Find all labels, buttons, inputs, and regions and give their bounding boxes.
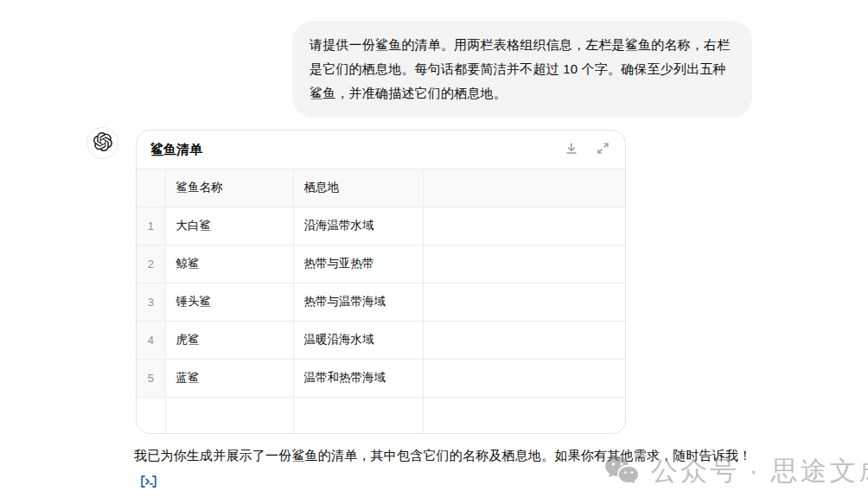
cell-habitat[interactable]: 沿海温带水域 (293, 207, 423, 245)
table-row-empty (137, 397, 625, 434)
row-number: 2 (137, 245, 165, 283)
corner-cell (137, 169, 165, 207)
table-row: 5 蓝鲨 温带和热带海域 (137, 359, 625, 397)
cell-empty[interactable] (423, 283, 625, 321)
cell-empty[interactable] (423, 359, 625, 397)
table-card: 鲨鱼清单 (136, 130, 626, 434)
cell-shark-name[interactable]: 大白鲨 (165, 207, 293, 245)
cell-empty[interactable] (293, 397, 423, 434)
card-title: 鲨鱼清单 (150, 142, 202, 158)
table-row: 2 鲸鲨 热带与亚热带 (137, 245, 625, 283)
openai-logo-icon (93, 132, 112, 155)
table-header-row: 鲨鱼名称 栖息地 (137, 169, 625, 207)
column-header-name: 鲨鱼名称 (165, 169, 293, 207)
closing-text: 我已为你生成并展示了一份鲨鱼的清单，其中包含它们的名称及栖息地。如果你有其他需求… (134, 448, 751, 463)
assistant-avatar (86, 127, 118, 159)
cell-empty[interactable] (423, 245, 625, 283)
row-number-empty (137, 397, 165, 434)
table-card-header: 鲨鱼清单 (137, 131, 625, 169)
card-actions (563, 141, 611, 158)
table-row: 3 锤头鲨 热带与温带海域 (137, 283, 625, 321)
cell-shark-name[interactable]: 鲸鲨 (165, 245, 293, 283)
cell-shark-name[interactable]: 锤头鲨 (165, 283, 293, 321)
column-header-extra (423, 169, 625, 207)
assistant-closing-message: 我已为你生成并展示了一份鲨鱼的清单，其中包含它们的名称及栖息地。如果你有其他需求… (134, 443, 755, 497)
row-number: 5 (137, 359, 165, 397)
cell-habitat[interactable]: 温带和热带海域 (293, 359, 423, 397)
table-row: 1 大白鲨 沿海温带水域 (137, 207, 625, 245)
cell-shark-name[interactable]: 虎鲨 (165, 321, 293, 359)
cell-shark-name[interactable]: 蓝鲨 (165, 359, 293, 397)
row-number: 3 (137, 283, 165, 321)
cell-empty[interactable] (423, 321, 625, 359)
cell-habitat[interactable]: 热带与温带海域 (293, 283, 423, 321)
expand-button[interactable] (594, 141, 611, 158)
download-icon (564, 141, 579, 159)
shark-table: 鲨鱼名称 栖息地 1 大白鲨 沿海温带水域 2 鲸鲨 热带与亚热带 3 锤头鲨 … (137, 169, 625, 434)
cell-habitat[interactable]: 温暖沿海水域 (293, 321, 423, 359)
download-button[interactable] (563, 141, 580, 158)
cell-empty[interactable] (165, 397, 293, 434)
cell-empty[interactable] (423, 207, 625, 245)
expand-icon (596, 141, 610, 158)
row-number: 1 (137, 207, 165, 245)
table-row: 4 虎鲨 温暖沿海水域 (137, 321, 625, 359)
cell-habitat[interactable]: 热带与亚热带 (293, 245, 423, 283)
canvas-reference-icon[interactable] (139, 471, 158, 497)
user-message-bubble: 请提供一份鲨鱼的清单。用两栏表格组织信息，左栏是鲨鱼的名称，右栏是它们的栖息地。… (292, 21, 752, 118)
column-header-habitat: 栖息地 (293, 169, 423, 207)
cell-empty[interactable] (423, 397, 625, 434)
user-message-text: 请提供一份鲨鱼的清单。用两栏表格组织信息，左栏是鲨鱼的名称，右栏是它们的栖息地。… (310, 37, 730, 100)
row-number: 4 (137, 321, 165, 359)
